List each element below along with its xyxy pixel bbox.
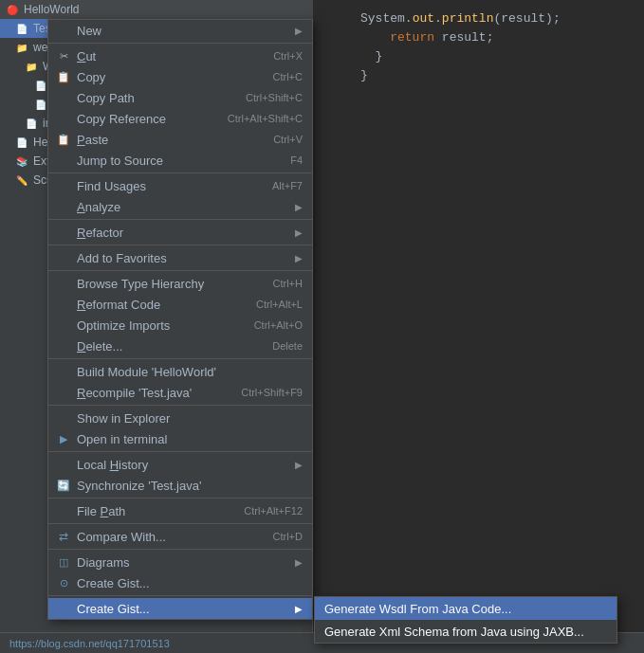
menu-item-synchronize[interactable]: 🔄 Synchronize 'Test.java' (48, 475, 312, 496)
new-icon (56, 23, 71, 38)
reformat-shortcut: Ctrl+Alt+L (256, 299, 303, 310)
reformat-label: Reformat Code (77, 298, 160, 312)
new-arrow: ▶ (295, 26, 303, 36)
separator-4 (48, 245, 312, 245)
cut-icon: ✂ (56, 48, 71, 63)
menu-item-compare[interactable]: ⇄ Compare With... Ctrl+D (48, 526, 312, 547)
separator-1 (48, 43, 312, 44)
reformat-icon (56, 297, 71, 312)
menu-item-build-module[interactable]: Build Module 'HelloWorld' (48, 361, 312, 382)
refactor-arrow: ▶ (295, 227, 303, 238)
copy-icon: 📋 (56, 69, 71, 84)
menu-item-new[interactable]: New ▶ (48, 20, 312, 41)
menu-item-copy-reference[interactable]: Copy Reference Ctrl+Alt+Shift+C (48, 108, 312, 129)
filepath-shortcut: Ctrl+Alt+F12 (244, 505, 303, 517)
separator-2 (48, 172, 312, 173)
external-icon: 📚 (14, 154, 29, 169)
paste-icon: 📋 (56, 132, 71, 147)
delete-shortcut: Delete (272, 340, 303, 352)
hierarchy-shortcut: Ctrl+H (273, 278, 303, 289)
compare-label: Compare With... (77, 530, 166, 544)
copy-path-shortcut: Ctrl+Shift+C (246, 92, 303, 103)
menu-item-optimize-imports[interactable]: Optimize Imports Ctrl+Alt+O (48, 315, 312, 336)
menu-item-webservices[interactable]: Create Gist... ▶ Generate Wsdl From Java… (48, 598, 312, 619)
history-label: Local History (77, 458, 148, 472)
separator-10 (48, 523, 312, 524)
submenu-generate-wsdl[interactable]: Generate Wsdl From Java Code... (315, 597, 616, 620)
code-line-1: System.out.println(result); (351, 9, 644, 28)
compare-icon: ⇄ (56, 529, 71, 544)
webservices-arrow: ▶ (295, 604, 303, 614)
index-icon: 📄 (24, 116, 39, 131)
menu-item-cut[interactable]: ✂ Cut Ctrl+X (48, 45, 312, 66)
menu-item-browse-hierarchy[interactable]: Browse Type Hierarchy Ctrl+H (48, 273, 312, 294)
menu-item-paste[interactable]: 📋 Paste Ctrl+V (48, 129, 312, 150)
menu-item-reformat[interactable]: Reformat Code Ctrl+Alt+L (48, 294, 312, 315)
file-icon: 📄 (33, 78, 48, 93)
diagrams-label: Diagrams (77, 555, 130, 570)
menu-item-local-history[interactable]: Local History ▶ (48, 454, 312, 475)
separator-6 (48, 358, 312, 359)
code-line-3: } (351, 47, 644, 66)
menu-item-show-explorer[interactable]: Show in Explorer (48, 408, 312, 428)
sync-icon: 🔄 (56, 478, 71, 493)
code-line-5: } (351, 66, 644, 85)
submenu-generate-xml[interactable]: Generate Xml Schema from Java using JAXB… (315, 620, 616, 643)
menu-item-file-path[interactable]: File Path Ctrl+Alt+F12 (48, 500, 312, 521)
terminal-icon: ▶ (56, 431, 71, 446)
menu-item-copy-path[interactable]: Copy Path Ctrl+Shift+C (48, 87, 312, 108)
paste-label: Paste (77, 133, 108, 147)
filepath-icon (56, 503, 71, 518)
menu-item-analyze[interactable]: Analyze ▶ (48, 196, 312, 217)
cut-shortcut: Ctrl+X (273, 50, 303, 62)
separator-7 (48, 405, 312, 406)
webservices-label: Create Gist... (77, 602, 150, 616)
menu-item-add-favorites[interactable]: Add to Favorites ▶ (48, 247, 312, 268)
menu-item-copy[interactable]: 📋 Copy Ctrl+C (48, 66, 312, 87)
recompile-icon (56, 385, 71, 400)
gist-icon: ⊙ (56, 575, 71, 590)
separator-3 (48, 219, 312, 220)
find-icon (56, 178, 71, 193)
menu-item-refactor[interactable]: Refactor ▶ (48, 222, 312, 243)
separator-9 (48, 498, 312, 499)
delete-icon (56, 338, 71, 354)
separator-11 (48, 549, 312, 550)
sync-label: Synchronize 'Test.java' (77, 479, 201, 493)
menu-item-diagrams[interactable]: ◫ Diagrams ▶ (48, 552, 312, 572)
optimize-shortcut: Ctrl+Alt+O (254, 319, 303, 331)
copy-path-icon (56, 90, 71, 105)
tree-item-label: HelloWorld (24, 3, 79, 16)
generate-wsdl-label: Generate Wsdl From Java Code... (324, 602, 511, 616)
web-folder-icon: 📁 (14, 40, 29, 55)
webservices-icon (56, 601, 71, 616)
favorites-arrow: ▶ (295, 253, 303, 263)
copy-path-label: Copy Path (77, 91, 135, 105)
menu-item-open-terminal[interactable]: ▶ Open in terminal (48, 428, 312, 449)
refactor-label: Refactor (77, 226, 123, 240)
analyze-icon (56, 199, 71, 214)
test-icon: 📄 (14, 21, 29, 36)
find-label: Find Usages (77, 179, 146, 193)
menu-item-jump-source[interactable]: Jump to Source F4 (48, 150, 312, 171)
explorer-icon (56, 410, 71, 426)
menu-item-find-usages[interactable]: Find Usages Alt+F7 (48, 175, 312, 196)
menu-item-create-gist[interactable]: ⊙ Create Gist... (48, 572, 312, 593)
find-shortcut: Alt+F7 (272, 180, 303, 191)
copy-ref-label: Copy Reference (77, 112, 166, 126)
copy-shortcut: Ctrl+C (273, 71, 303, 82)
optimize-icon (56, 317, 71, 333)
separator-5 (48, 270, 312, 271)
paste-shortcut: Ctrl+V (273, 134, 303, 145)
diagrams-arrow: ▶ (295, 557, 303, 568)
generate-xml-label: Generate Xml Schema from Java using JAXB… (324, 625, 584, 639)
analyze-arrow: ▶ (295, 202, 303, 212)
separator-8 (48, 451, 312, 452)
terminal-label: Open in terminal (77, 432, 167, 446)
separator-12 (48, 595, 312, 596)
menu-item-delete[interactable]: Delete... Delete (48, 336, 312, 356)
menu-item-recompile[interactable]: Recompile 'Test.java' Ctrl+Shift+F9 (48, 382, 312, 403)
recompile-label: Recompile 'Test.java' (77, 386, 192, 400)
tree-item-helloworld[interactable]: 🔴 HelloWorld (0, 0, 313, 19)
webservices-submenu: Generate Wsdl From Java Code... Generate… (314, 596, 617, 644)
